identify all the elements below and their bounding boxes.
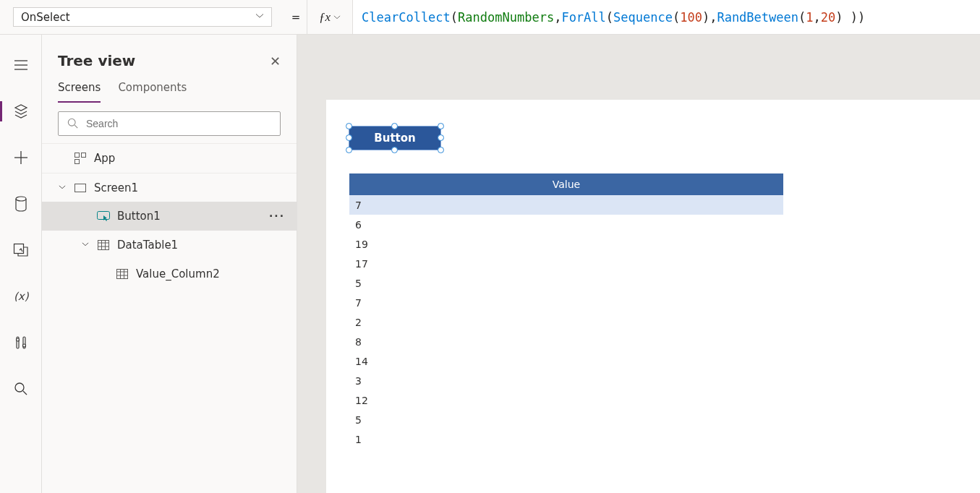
svg-line-13: [23, 391, 27, 395]
resize-handle[interactable]: [346, 123, 352, 129]
resize-handle[interactable]: [346, 147, 352, 153]
search-box[interactable]: [58, 111, 281, 136]
formula-token: ClearCollect: [362, 10, 451, 25]
formula-token: (: [673, 10, 680, 25]
tree-list: App Screen1 Button1 ···: [42, 143, 297, 493]
svg-point-11: [22, 344, 25, 347]
tree-view-title: Tree view: [58, 52, 135, 69]
equals-label: =: [285, 0, 307, 34]
formula-token: RandomNumbers: [458, 10, 554, 25]
hamburger-icon[interactable]: [7, 56, 35, 74]
tree-view-icon[interactable]: [7, 103, 35, 120]
resize-handle[interactable]: [438, 123, 444, 129]
close-icon[interactable]: ✕: [270, 53, 281, 69]
datatable-row[interactable]: 3: [349, 371, 783, 390]
chevron-down-icon: [333, 14, 341, 21]
tree-item-button1[interactable]: Button1 ···: [42, 202, 297, 231]
svg-text:(x): (x): [14, 290, 30, 303]
svg-rect-6: [14, 244, 23, 254]
formula-token: ,: [554, 10, 561, 25]
tab-components[interactable]: Components: [118, 81, 187, 103]
datatable-row[interactable]: 1: [349, 429, 783, 449]
formula-token: 20: [821, 10, 835, 25]
formula-token: (: [606, 10, 613, 25]
svg-point-12: [15, 383, 24, 392]
datatable-row[interactable]: 6: [349, 215, 783, 234]
search-input[interactable]: [86, 118, 271, 129]
tree-item-datatable1[interactable]: DataTable1: [42, 231, 297, 260]
datatable-row[interactable]: 2: [349, 312, 783, 332]
formula-token: Sequence: [613, 10, 673, 25]
tab-screens[interactable]: Screens: [58, 81, 101, 103]
svg-rect-18: [75, 160, 80, 164]
tree-item-label: App: [94, 152, 285, 165]
app-icon: [74, 153, 87, 164]
fx-button[interactable]: ƒx: [307, 0, 353, 34]
tree-item-screen1[interactable]: Screen1: [42, 173, 297, 202]
datatable-row[interactable]: 8: [349, 332, 783, 351]
tools-icon[interactable]: [7, 334, 35, 351]
formula-bar: OnSelect = ƒx ClearCollect( RandomNumber…: [0, 0, 980, 35]
search-icon: [67, 118, 79, 129]
button-icon: [97, 211, 110, 221]
datatable-row[interactable]: 5: [349, 273, 783, 293]
chevron-down-icon[interactable]: [58, 184, 67, 192]
table-icon: [116, 269, 129, 279]
table-icon: [97, 240, 110, 250]
datatable-row[interactable]: 5: [349, 410, 783, 429]
canvas-datatable-control[interactable]: Value 76191757281431251: [349, 173, 783, 449]
tree-item-label: DataTable1: [117, 239, 285, 252]
formula-token: ,: [814, 10, 821, 25]
resize-handle[interactable]: [346, 134, 352, 141]
canvas-area: Button Value 76191757281431251: [297, 35, 980, 493]
more-icon[interactable]: ···: [269, 210, 285, 222]
resize-handle[interactable]: [438, 147, 444, 153]
tree-item-label: Screen1: [94, 181, 285, 194]
canvas-button-label: Button: [374, 132, 415, 145]
svg-rect-17: [82, 153, 86, 158]
datatable-row[interactable]: 14: [349, 351, 783, 371]
svg-point-5: [16, 197, 26, 201]
svg-rect-16: [75, 153, 80, 158]
datatable-row[interactable]: 19: [349, 234, 783, 254]
svg-line-15: [74, 125, 77, 128]
datatable-row[interactable]: 17: [349, 254, 783, 273]
datatable-header: Value: [349, 173, 783, 195]
main-area: (x) Tree view ✕ Screens Components: [0, 35, 980, 493]
screen-canvas[interactable]: Button Value 76191757281431251: [326, 100, 980, 493]
data-icon[interactable]: [7, 195, 35, 213]
chevron-down-icon: [255, 12, 264, 22]
svg-rect-26: [117, 270, 128, 279]
tree-item-valuecolumn[interactable]: Value_Column2: [42, 260, 297, 288]
canvas-button-control[interactable]: Button: [349, 126, 441, 150]
formula-token: ) )): [835, 10, 865, 25]
insert-icon[interactable]: [7, 149, 35, 166]
property-selector-value: OnSelect: [21, 11, 70, 24]
svg-rect-21: [98, 241, 109, 250]
variables-icon[interactable]: (x): [7, 288, 35, 305]
svg-rect-19: [75, 184, 86, 192]
formula-token: (: [451, 10, 458, 25]
property-selector[interactable]: OnSelect: [13, 7, 272, 27]
screen-icon: [74, 184, 87, 192]
search-icon[interactable]: [7, 380, 35, 398]
fx-icon: ƒx: [319, 10, 331, 25]
formula-token: 1: [806, 10, 813, 25]
datatable-row[interactable]: 7: [349, 293, 783, 312]
formula-token: 100: [680, 10, 702, 25]
resize-handle[interactable]: [438, 134, 444, 141]
svg-point-14: [68, 119, 75, 126]
formula-token: ),: [702, 10, 717, 25]
formula-token: ForAll: [561, 10, 605, 25]
media-icon[interactable]: [7, 241, 35, 259]
formula-input[interactable]: ClearCollect( RandomNumbers, ForAll( Seq…: [353, 0, 980, 34]
tree-item-label: Button1: [117, 210, 262, 223]
resize-handle[interactable]: [391, 147, 398, 153]
datatable-row[interactable]: 7: [349, 195, 783, 215]
datatable-row[interactable]: 12: [349, 390, 783, 410]
tree-item-label: Value_Column2: [136, 267, 285, 280]
left-rail: (x): [0, 35, 42, 493]
resize-handle[interactable]: [391, 123, 398, 129]
tree-item-app[interactable]: App: [42, 144, 297, 173]
chevron-down-icon[interactable]: [81, 241, 90, 249]
